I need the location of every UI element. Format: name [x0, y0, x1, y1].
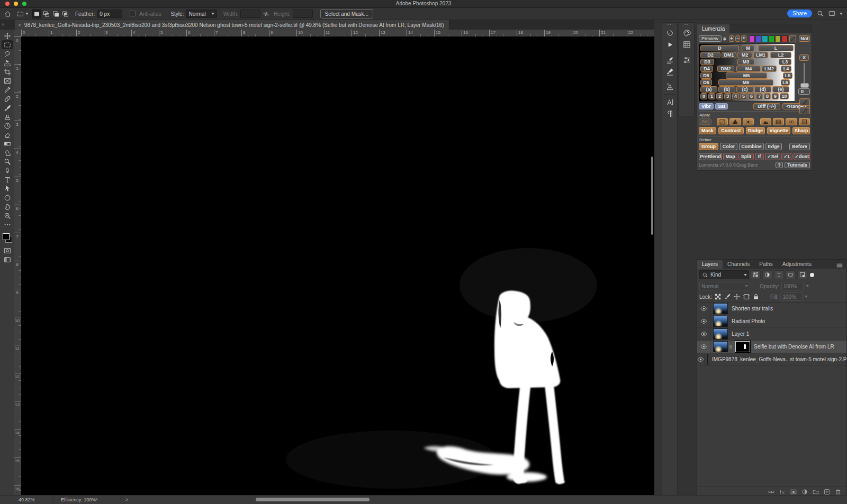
- tab-overflow-icon[interactable]: »: [2, 22, 4, 27]
- subtract-from-selection-button[interactable]: [51, 9, 60, 19]
- lz-sharp-button[interactable]: Sharp: [792, 127, 810, 134]
- tab-layers[interactable]: Layers: [697, 260, 723, 269]
- move-tool[interactable]: [2, 31, 13, 40]
- lz-button-c[interactable]: (c): [736, 86, 753, 93]
- width-input[interactable]: [240, 10, 260, 18]
- lz-apply-rings-button[interactable]: [786, 118, 797, 125]
- lz-op-1[interactable]: −: [735, 35, 741, 42]
- screen-mode-button[interactable]: [2, 255, 13, 264]
- lz-button-m3[interactable]: M3: [737, 59, 754, 65]
- lz-edge-button[interactable]: Edge: [765, 143, 782, 150]
- halfcircle-icon[interactable]: [801, 489, 808, 495]
- select-and-mask-button[interactable]: Select and Mask...: [320, 9, 373, 19]
- lz-l-button[interactable]: ✓L: [781, 153, 792, 160]
- layer-row[interactable]: IMGP9878_kenlee_Goffs-Neva...st town-5 m…: [697, 353, 846, 366]
- layer-name[interactable]: Radiant Photo: [732, 318, 765, 324]
- link-icon[interactable]: [768, 489, 774, 495]
- home-icon[interactable]: [4, 11, 11, 17]
- ruler-corner[interactable]: [14, 30, 22, 37]
- lz-button-e[interactable]: (e): [772, 86, 789, 93]
- lz-button-lm2[interactable]: LM2: [762, 66, 777, 72]
- lz-color-swatch-2[interactable]: [762, 35, 768, 42]
- lz-color-swatch-5[interactable]: [781, 35, 787, 42]
- layer-name[interactable]: Shorten star trails: [732, 306, 773, 311]
- tool-preset-chevron-icon[interactable]: [25, 13, 29, 15]
- edit-toolbar[interactable]: [2, 220, 13, 229]
- dodge-tool[interactable]: [2, 157, 13, 166]
- tab-channels[interactable]: Channels: [723, 260, 754, 269]
- lz-apply-film-button[interactable]: [773, 118, 784, 125]
- lock-transparency-icon[interactable]: [714, 293, 722, 300]
- preview-stepper-icon[interactable]: [723, 37, 726, 41]
- lock-position-icon[interactable]: [733, 293, 741, 300]
- lz-not-button[interactable]: Not: [799, 35, 810, 42]
- layer-visibility-eye-icon[interactable]: [697, 303, 710, 315]
- zoom-percent-field[interactable]: 49.82%: [19, 497, 35, 502]
- tab-paths[interactable]: Paths: [754, 260, 778, 269]
- lz-op-0[interactable]: +: [729, 35, 734, 42]
- lz-button-d5[interactable]: D5: [700, 72, 712, 79]
- lz-color-swatch-4[interactable]: [775, 35, 781, 42]
- lz-button-dm2[interactable]: DM2: [717, 66, 734, 72]
- lumenzia-tutorials-button[interactable]: Tutorials: [785, 162, 810, 168]
- folder-icon[interactable]: [813, 489, 819, 495]
- lz-button-l2[interactable]: L2: [770, 52, 791, 58]
- filter-smart-objects-button[interactable]: [797, 270, 807, 279]
- lz-button-b[interactable]: (b): [718, 86, 735, 93]
- layer-thumbnail[interactable]: [707, 354, 708, 365]
- new-selection-button[interactable]: [32, 9, 41, 19]
- tool-preset-marquee-icon[interactable]: [17, 11, 24, 17]
- brushes-panel-icon[interactable]: [663, 66, 676, 77]
- lz-button-d4[interactable]: D4: [700, 66, 713, 72]
- lz-button-m2[interactable]: M2: [737, 52, 752, 58]
- intersect-selection-button[interactable]: [60, 9, 70, 19]
- layer-thumbnail[interactable]: [713, 341, 728, 352]
- mask-icon[interactable]: [790, 489, 797, 495]
- close-tab-icon[interactable]: ×: [18, 22, 21, 28]
- lz-slider-thumb[interactable]: [800, 83, 809, 88]
- opacity-field[interactable]: 100%: [781, 282, 804, 290]
- panel-menu-icon[interactable]: [836, 262, 843, 269]
- antialias-checkbox[interactable]: [130, 11, 137, 17]
- lz-color-button[interactable]: Color: [720, 143, 737, 150]
- height-input[interactable]: [293, 10, 313, 18]
- lz-apply-curves-button[interactable]: [717, 118, 728, 125]
- eyedropper-tool[interactable]: [2, 85, 13, 94]
- crop-tool[interactable]: [2, 67, 13, 76]
- frame-tool[interactable]: [2, 76, 13, 85]
- path-selection-tool[interactable]: [2, 184, 13, 193]
- trash-icon[interactable]: [835, 489, 841, 495]
- lock-artboard-icon[interactable]: [743, 293, 750, 300]
- lz-split-button[interactable]: Split: [738, 153, 754, 160]
- lz-button-m5[interactable]: M5: [726, 72, 767, 79]
- lz-contrast-button[interactable]: Contrast: [718, 127, 744, 134]
- layer-mask-thumbnail[interactable]: [735, 341, 750, 352]
- fx-icon[interactable]: [779, 489, 786, 495]
- lz-offset-field[interactable]: 0: [798, 88, 810, 95]
- eraser-tool[interactable]: [2, 130, 13, 139]
- actions-panel-icon[interactable]: [663, 39, 676, 50]
- lz-dust-button[interactable]: ✓dust: [794, 153, 810, 160]
- lz-eyedropper-button-2[interactable]: [799, 107, 810, 114]
- swap-dimensions-icon[interactable]: [263, 11, 269, 17]
- layer-thumbnail[interactable]: [713, 316, 728, 327]
- lz-button-5[interactable]: 5: [740, 93, 747, 99]
- document-tab[interactable]: × 9878_kenlee_Goffs-Nevada-trip_230503_2…: [15, 20, 449, 30]
- marquee-tool[interactable]: [2, 40, 13, 49]
- lz-button-d[interactable]: D: [700, 45, 739, 51]
- foreground-background-colors[interactable]: [3, 233, 12, 243]
- share-button[interactable]: Share: [787, 10, 812, 17]
- brush-settings-panel-icon[interactable]: [663, 54, 676, 66]
- ellipse-tool[interactable]: [2, 193, 13, 202]
- newlayer-icon[interactable]: [824, 489, 830, 495]
- lz-button-3[interactable]: 3: [724, 93, 731, 99]
- smudge-tool[interactable]: [2, 148, 13, 157]
- filter-type-layers-button[interactable]: [774, 270, 784, 279]
- lz-x-button[interactable]: X: [799, 54, 809, 61]
- lz-button-a[interactable]: (a): [700, 86, 717, 93]
- lz-button-l4[interactable]: L4: [781, 66, 791, 72]
- lz-button-l6[interactable]: L6: [781, 79, 790, 86]
- object-selection-tool[interactable]: [2, 58, 13, 67]
- style-select[interactable]: Normal: [186, 10, 217, 18]
- layer-row[interactable]: Selfie but with Denoise AI from LR: [697, 341, 846, 353]
